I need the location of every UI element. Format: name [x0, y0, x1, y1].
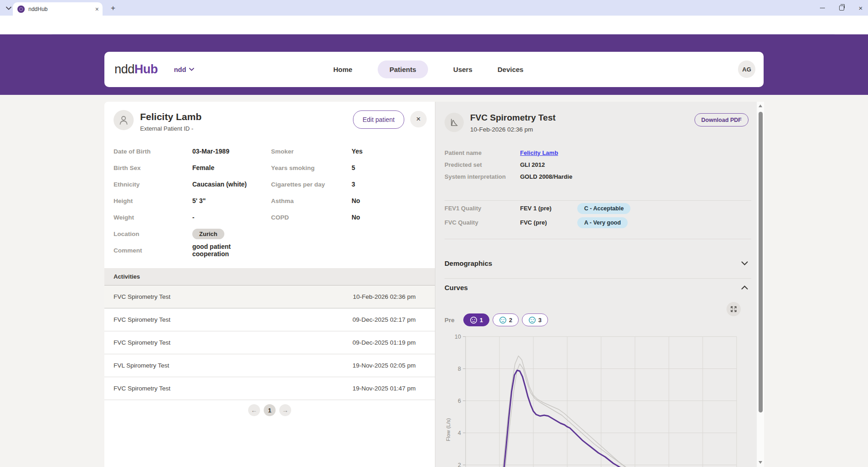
field-row: Date of Birth03-Mar-1989: [114, 143, 265, 159]
activity-row[interactable]: FVC Spirometry Test09-Dec-2025 01:19 pm: [104, 331, 435, 354]
quality-value: FVC (pre): [520, 219, 577, 226]
test-datetime: 10-Feb-2026 02:36 pm: [470, 126, 533, 133]
window-minimize-button[interactable]: [813, 0, 831, 16]
field-row: LocationZurich: [114, 225, 265, 242]
download-pdf-button[interactable]: Download PDF: [694, 113, 749, 126]
field-value: Yes: [352, 148, 363, 155]
test-detail-label: Predicted set: [445, 161, 520, 168]
main-container: Felicity Lamb External Patient ID - Edit…: [104, 102, 764, 467]
quality-row: FVC QualityFVC (pre)A - Very good: [445, 215, 756, 230]
demographics-label: Demographics: [445, 259, 741, 267]
section-curves[interactable]: Curves: [435, 278, 764, 297]
field-row: EthnicityCaucasian (white): [114, 176, 265, 192]
test-detail-row: Patient nameFelicity Lamb: [445, 147, 756, 159]
browser-tab-strip: nddHub × + ×: [0, 0, 868, 16]
pagination-next-icon[interactable]: →: [279, 404, 291, 416]
chevron-up-icon: [741, 286, 748, 290]
curves-label: Curves: [445, 284, 741, 291]
nav-item-users[interactable]: Users: [453, 60, 472, 78]
edit-patient-button[interactable]: Edit patient: [353, 110, 404, 129]
user-avatar[interactable]: AG: [738, 60, 755, 78]
field-value: Caucasian (white): [192, 181, 247, 188]
scrollbar-down-icon[interactable]: [759, 461, 762, 464]
patient-name: Felicity Lamb: [140, 111, 201, 122]
field-label: Smoker: [271, 148, 352, 155]
patient-fields-right: SmokerYesYears smoking5Cigarettes per da…: [271, 143, 422, 225]
field-value: 5: [352, 164, 355, 171]
field-label: COPD: [271, 214, 352, 221]
patient-name-link[interactable]: Felicity Lamb: [520, 149, 558, 156]
trial-number: 3: [538, 317, 542, 324]
window-close-icon[interactable]: ×: [852, 0, 868, 16]
tab-close-icon[interactable]: ×: [95, 6, 99, 12]
flow-volume-chart[interactable]: 246810Flow (L/s): [443, 332, 740, 467]
trial-buttons: 123: [463, 313, 548, 326]
fullscreen-expand-icon[interactable]: [727, 302, 741, 316]
field-value: Female: [192, 164, 214, 171]
quality-label: FEV1 Quality: [445, 205, 520, 212]
trial-number: 1: [480, 317, 483, 324]
patient-external-id: External Patient ID -: [140, 125, 193, 132]
pagination-prev-icon[interactable]: ←: [248, 404, 260, 416]
window-restore-button[interactable]: [832, 0, 851, 16]
nav-item-home[interactable]: Home: [333, 60, 353, 78]
svg-text:10: 10: [455, 334, 461, 340]
patient-panel: Felicity Lamb External Patient ID - Edit…: [104, 102, 435, 467]
pagination-page-1[interactable]: 1: [264, 404, 276, 416]
field-value: 03-Mar-1989: [192, 148, 229, 155]
quality-rows: FEV1 QualityFEV 1 (pre)C - AcceptableFVC…: [445, 201, 756, 230]
org-selector[interactable]: ndd: [174, 52, 194, 87]
field-label: Years smoking: [271, 165, 352, 171]
field-row: Birth SexFemale: [114, 159, 265, 176]
section-demographics[interactable]: Demographics: [435, 254, 764, 272]
quality-grade-badge: A - Very good: [577, 217, 628, 228]
close-patient-icon[interactable]: ×: [410, 111, 427, 127]
activity-name: FVC Spirometry Test: [114, 339, 170, 346]
scrollbar-thumb[interactable]: [759, 112, 763, 412]
nddhub-logo[interactable]: nddHub: [114, 52, 158, 87]
activity-row[interactable]: FVC Spirometry Test19-Nov-2025 01:47 pm: [104, 377, 435, 400]
activity-row[interactable]: FVL Spirometry Test19-Nov-2025 02:05 pm: [104, 354, 435, 377]
new-tab-button[interactable]: +: [108, 4, 118, 13]
location-pill[interactable]: Zurich: [192, 229, 224, 239]
field-row: SmokerYes: [271, 143, 422, 159]
field-label: Comment: [114, 247, 192, 254]
scrollbar[interactable]: [757, 102, 764, 467]
patient-fields-left: Date of Birth03-Mar-1989Birth SexFemaleE…: [114, 143, 265, 258]
test-panel: FVC Spirometry Test 10-Feb-2026 02:36 pm…: [435, 102, 764, 467]
activities-header: Activities: [104, 268, 435, 285]
spirometry-chart-icon: [445, 113, 464, 132]
field-row: Commentgood patient cooperation: [114, 242, 265, 258]
nddhub-favicon: [17, 5, 25, 13]
browser-tab[interactable]: nddHub ×: [13, 2, 103, 16]
test-detail-label: Patient name: [445, 149, 520, 156]
trial-number: 2: [509, 317, 512, 324]
trial-button-3[interactable]: 3: [522, 313, 548, 326]
activity-row[interactable]: FVC Spirometry Test09-Dec-2025 02:17 pm: [104, 308, 435, 331]
field-row: Cigarettes per day3: [271, 176, 422, 192]
field-label: Birth Sex: [114, 165, 192, 171]
test-title: FVC Spirometry Test: [470, 113, 556, 123]
trial-button-2[interactable]: 2: [493, 313, 519, 326]
divider: [445, 239, 751, 239]
tab-search-icon[interactable]: [4, 3, 14, 13]
activity-datetime: 09-Dec-2025 01:19 pm: [353, 339, 416, 346]
field-value: good patient cooperation: [192, 243, 265, 258]
test-detail-row: Predicted setGLI 2012: [445, 159, 756, 170]
field-row: Years smoking5: [271, 159, 422, 176]
divider: [445, 200, 751, 201]
svg-text:4: 4: [458, 430, 461, 436]
test-details: Patient nameFelicity LambPredicted setGL…: [445, 147, 756, 182]
smiley-face-icon: [528, 316, 536, 324]
field-value: 5' 3": [192, 197, 206, 204]
quality-label: FVC Quality: [445, 219, 520, 226]
trial-button-1[interactable]: 1: [463, 313, 489, 326]
activity-datetime: 19-Nov-2025 02:05 pm: [353, 362, 416, 369]
activity-row[interactable]: FVC Spirometry Test10-Feb-2026 02:36 pm: [104, 285, 435, 308]
scrollbar-up-icon[interactable]: [759, 104, 762, 107]
app-header-card: nddHub ndd HomePatientsUsersDevices AG: [104, 52, 764, 87]
nav-item-patients[interactable]: Patients: [378, 60, 428, 78]
activity-name: FVC Spirometry Test: [114, 385, 170, 392]
nav-item-devices[interactable]: Devices: [498, 60, 524, 78]
chevron-down-icon: [189, 68, 194, 71]
